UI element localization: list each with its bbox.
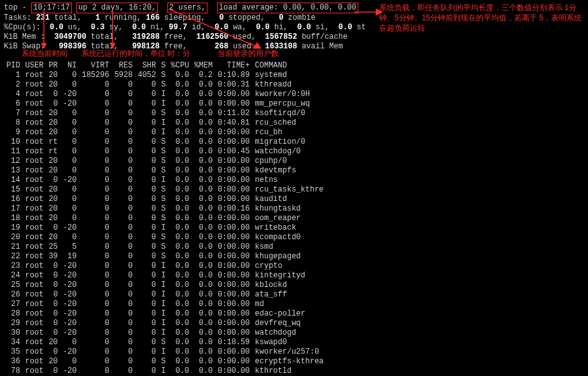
cell-pid: 30 bbox=[4, 328, 23, 338]
arrow-icon bbox=[108, 9, 117, 48]
cell-virt: 0 bbox=[79, 300, 111, 309]
cell-virt: 0 bbox=[79, 223, 111, 233]
cell-cmd: ksoftirqd/0 bbox=[253, 109, 326, 118]
cell-res: 0 bbox=[112, 252, 136, 261]
cell-cmd: devfreq_wq bbox=[253, 319, 326, 328]
cell-mem: 0.0 bbox=[192, 290, 215, 300]
cell-cmd: kintegrityd bbox=[253, 271, 326, 281]
cell-pr: 0 bbox=[46, 347, 60, 357]
cell-cmd: kcompactd0 bbox=[253, 233, 326, 242]
cell-time: 0:40.81 bbox=[215, 118, 252, 128]
cell-ni: 0 bbox=[60, 80, 80, 90]
cell-ni: 0 bbox=[60, 128, 80, 137]
table-row: 2root200000S0.00.00:00.31kthreadd bbox=[4, 80, 326, 90]
cell-ni: -20 bbox=[60, 90, 80, 99]
cell-res: 0 bbox=[112, 80, 136, 90]
cell-time: 0:00.00 bbox=[215, 128, 252, 137]
cell-mem: 0.0 bbox=[192, 319, 215, 328]
col-time[interactable]: TIME+ bbox=[215, 61, 252, 71]
col-mem[interactable]: %MEM bbox=[192, 61, 215, 71]
cell-s: I bbox=[158, 90, 168, 99]
cell-cpu: 0.0 bbox=[168, 223, 192, 233]
cell-shr: 0 bbox=[135, 309, 158, 319]
table-row: 1root20018529659284052S0.00.20:10.89syst… bbox=[4, 71, 326, 80]
cell-cmd: kauditd bbox=[253, 195, 326, 204]
col-shr[interactable]: SHR bbox=[135, 61, 158, 71]
cell-mem: 0.2 bbox=[192, 71, 215, 80]
cell-virt: 0 bbox=[79, 281, 111, 290]
table-row: 36root200000S0.00.00:00.00ecryptfs-kthre… bbox=[4, 357, 326, 366]
cell-s: S bbox=[158, 357, 168, 366]
cell-shr: 0 bbox=[135, 223, 158, 233]
col-s[interactable]: S bbox=[158, 61, 168, 71]
cell-res: 0 bbox=[112, 118, 136, 128]
cell-cpu: 0.0 bbox=[168, 99, 192, 109]
cell-cpu: 0.0 bbox=[168, 328, 192, 338]
cell-pr: 20 bbox=[46, 338, 60, 347]
cell-pid: 16 bbox=[4, 195, 23, 204]
table-row: 14root0-20000I0.00.00:00.00netns bbox=[4, 176, 326, 185]
cell-shr: 0 bbox=[135, 128, 158, 137]
cell-mem: 0.0 bbox=[192, 147, 215, 157]
table-row: 7root200000S0.00.00:11.02ksoftirqd/0 bbox=[4, 109, 326, 118]
cell-pr: 0 bbox=[46, 366, 60, 376]
cell-user: root bbox=[23, 252, 46, 261]
cell-time: 0:00.00 bbox=[215, 157, 252, 166]
cell-pid: 1 bbox=[4, 71, 23, 80]
col-res[interactable]: RES bbox=[112, 61, 136, 71]
cell-pr: rt bbox=[46, 137, 60, 147]
cell-virt: 0 bbox=[79, 214, 111, 223]
cell-cpu: 0.0 bbox=[168, 338, 192, 347]
cell-shr: 0 bbox=[135, 290, 158, 300]
cell-cmd: ksmd bbox=[253, 242, 326, 252]
cell-mem: 0.0 bbox=[192, 338, 215, 347]
table-header-row: PIDUSERPRNIVIRTRESSHRS%CPU%MEMTIME+COMMA… bbox=[4, 61, 326, 71]
cell-s: I bbox=[158, 366, 168, 376]
cell-virt: 0 bbox=[79, 271, 111, 281]
cell-cpu: 0.0 bbox=[168, 281, 192, 290]
cell-pr: 39 bbox=[46, 252, 60, 261]
cell-res: 0 bbox=[112, 137, 136, 147]
col-user[interactable]: USER bbox=[23, 61, 46, 71]
cell-user: root bbox=[23, 328, 46, 338]
table-row: 23root0-20000I0.00.00:00.00crypto bbox=[4, 261, 326, 271]
cell-res: 0 bbox=[112, 214, 136, 223]
cell-res: 0 bbox=[112, 223, 136, 233]
cell-ni: 0 bbox=[60, 166, 80, 176]
table-row: 26root0-20000I0.00.00:00.00ata_sff bbox=[4, 290, 326, 300]
cell-virt: 0 bbox=[79, 195, 111, 204]
cell-cmd: oom_reaper bbox=[253, 214, 326, 223]
cell-user: root bbox=[23, 80, 46, 90]
cell-res: 0 bbox=[112, 271, 136, 281]
col-ni[interactable]: NI bbox=[60, 61, 80, 71]
cell-virt: 0 bbox=[79, 176, 111, 185]
cell-user: root bbox=[23, 147, 46, 157]
cell-s: I bbox=[158, 281, 168, 290]
cell-cpu: 0.0 bbox=[168, 214, 192, 223]
cell-cpu: 0.0 bbox=[168, 204, 192, 214]
cell-pr: 0 bbox=[46, 319, 60, 328]
cell-virt: 0 bbox=[79, 338, 111, 347]
cell-time: 0:00.00 bbox=[215, 357, 252, 366]
cell-time: 0:00.00 bbox=[215, 309, 252, 319]
table-row: 10rootrt0000S0.00.00:00.00migration/0 bbox=[4, 137, 326, 147]
table-row: 27root0-20000I0.00.00:00.00md bbox=[4, 300, 326, 309]
col-command[interactable]: COMMAND bbox=[253, 61, 326, 71]
cell-mem: 0.0 bbox=[192, 261, 215, 271]
cell-shr: 0 bbox=[135, 147, 158, 157]
col-pid[interactable]: PID bbox=[4, 61, 23, 71]
col-virt[interactable]: VIRT bbox=[79, 61, 111, 71]
cell-virt: 0 bbox=[79, 204, 111, 214]
cell-ni: 0 bbox=[60, 157, 80, 166]
cell-res: 0 bbox=[112, 300, 136, 309]
cell-user: root bbox=[23, 118, 46, 128]
cell-user: root bbox=[23, 99, 46, 109]
cell-user: root bbox=[23, 309, 46, 319]
cell-cmd: edac-poller bbox=[253, 309, 326, 319]
col-cpu[interactable]: %CPU bbox=[168, 61, 192, 71]
cell-virt: 0 bbox=[79, 347, 111, 357]
col-pr[interactable]: PR bbox=[46, 61, 60, 71]
cell-cpu: 0.0 bbox=[168, 242, 192, 252]
cell-s: I bbox=[158, 128, 168, 137]
cell-pid: 20 bbox=[4, 233, 23, 242]
